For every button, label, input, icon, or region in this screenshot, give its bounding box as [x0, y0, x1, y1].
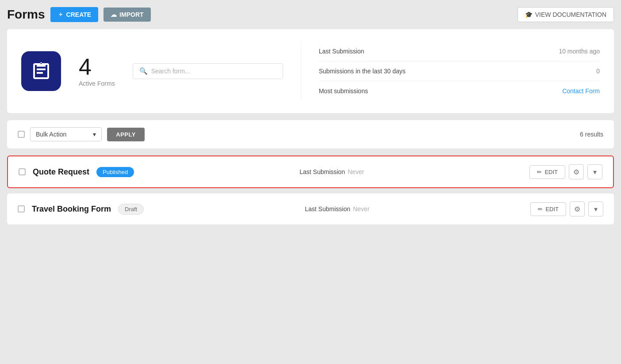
page-title: Forms	[7, 8, 45, 22]
last-submission-value: 10 months ago	[559, 48, 600, 55]
pencil-icon-0: ✏	[537, 169, 542, 175]
gear-button-0[interactable]: ⚙	[569, 164, 584, 179]
edit-button-1[interactable]: ✏ EDIT	[530, 202, 566, 216]
stats-card: 4 Active Forms 🔍 Last Submission 10 mont…	[7, 29, 614, 113]
search-icon: 🔍	[139, 67, 148, 75]
form-item: Travel Booking Form Draft Last Submissio…	[7, 193, 614, 224]
select-all-checkbox[interactable]	[18, 131, 25, 138]
create-button[interactable]: ＋ CREATE	[50, 7, 99, 22]
plus-icon: ＋	[58, 11, 64, 19]
active-label: Active Forms	[79, 80, 115, 87]
pencil-icon-1: ✏	[538, 206, 543, 212]
bulk-action-select[interactable]: Bulk Action ▾	[30, 127, 102, 141]
submissions-30-row: Submissions in the last 30 days 0	[319, 61, 600, 81]
search-box: 🔍	[133, 63, 283, 79]
gear-icon-0: ⚙	[573, 168, 579, 176]
form-name-0: Quote Request	[33, 167, 89, 177]
chevron-down-icon-0: ▾	[593, 168, 597, 176]
form-status-badge-1: Draft	[118, 204, 144, 215]
form-item: Quote Request Published Last Submission …	[7, 155, 614, 188]
last-submission-row: Last Submission 10 months ago	[319, 42, 600, 61]
form-submission-1: Last Submission Never	[151, 205, 523, 212]
form-name-1: Travel Booking Form	[32, 205, 111, 214]
gear-icon-1: ⚙	[574, 205, 580, 213]
form-checkbox-1[interactable]	[18, 205, 25, 212]
chevron-down-icon: ▾	[93, 131, 96, 138]
most-submissions-label: Most submissions	[319, 87, 368, 95]
forms-icon	[31, 61, 52, 82]
form-actions-0: ✏ EDIT ⚙ ▾	[529, 164, 602, 179]
active-count: 4	[79, 55, 115, 78]
chevron-button-1[interactable]: ▾	[588, 201, 603, 216]
search-wrapper: 🔍	[133, 63, 283, 79]
chevron-down-icon-1: ▾	[594, 205, 598, 213]
last-submission-label: Last Submission	[319, 48, 364, 55]
header-left: Forms ＋ CREATE ☁ IMPORT	[7, 7, 151, 22]
gear-button-1[interactable]: ⚙	[570, 201, 585, 216]
results-count: 6 results	[580, 131, 603, 138]
submissions-30-value: 0	[596, 68, 600, 75]
bulk-action-bar: Bulk Action ▾ APPLY 6 results	[7, 120, 614, 148]
form-submission-0: Last Submission Never	[141, 168, 522, 175]
submissions-30-label: Submissions in the last 30 days	[319, 68, 406, 75]
form-actions-1: ✏ EDIT ⚙ ▾	[530, 201, 603, 216]
stats-meta: Last Submission 10 months ago Submission…	[301, 42, 600, 101]
apply-button[interactable]: APPLY	[107, 128, 145, 141]
bulk-left: Bulk Action ▾ APPLY	[18, 127, 145, 141]
graduation-icon: 🎓	[525, 11, 533, 18]
most-submissions-row: Most submissions Contact Form	[319, 81, 600, 101]
cloud-icon: ☁	[111, 11, 117, 18]
edit-button-0[interactable]: ✏ EDIT	[529, 165, 565, 179]
search-input[interactable]	[151, 68, 276, 75]
chevron-button-0[interactable]: ▾	[587, 164, 602, 179]
stats-numbers: 4 Active Forms	[79, 55, 115, 87]
import-button[interactable]: ☁ IMPORT	[104, 8, 150, 22]
form-checkbox-0[interactable]	[19, 168, 26, 175]
forms-icon-wrapper	[21, 51, 61, 91]
documentation-button[interactable]: 🎓 VIEW DOCUMENTATION	[518, 7, 614, 22]
form-list: Quote Request Published Last Submission …	[7, 155, 614, 224]
page-header: Forms ＋ CREATE ☁ IMPORT 🎓 VIEW DOCUMENTA…	[7, 7, 614, 22]
most-submissions-link[interactable]: Contact Form	[562, 87, 600, 95]
form-status-badge-0: Published	[96, 167, 134, 177]
